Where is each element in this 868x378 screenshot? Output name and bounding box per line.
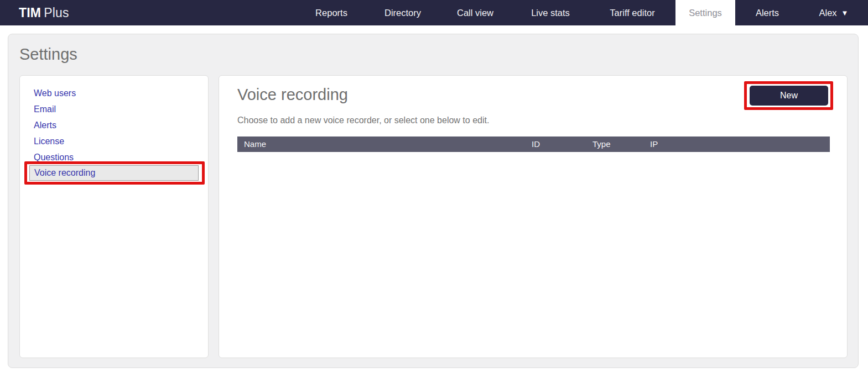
app-logo-light: Plus	[44, 6, 69, 20]
nav-menu: Reports Directory Call view Live stats T…	[296, 0, 868, 25]
voice-recording-panel: Voice recording Choose to add a new voic…	[219, 75, 848, 358]
nav-item-reports[interactable]: Reports	[296, 0, 367, 25]
nav-item-label: Call view	[457, 8, 493, 18]
sidebar-item-label: Web users	[34, 88, 76, 98]
sidebar-item-alerts[interactable]: Alerts	[20, 117, 208, 133]
sidebar-item-label: Questions	[34, 153, 74, 162]
recorder-table-header: Name ID Type IP	[237, 136, 830, 152]
new-button[interactable]: New	[750, 86, 828, 106]
app-logo-bold: TIM	[19, 6, 41, 20]
sidebar-item-web-users[interactable]: Web users	[20, 85, 208, 101]
nav-item-alerts[interactable]: Alerts	[735, 0, 799, 25]
caret-down-icon: ▼	[841, 9, 849, 17]
app-logo: TIM Plus	[19, 0, 69, 25]
section-title: Voice recording	[237, 86, 348, 104]
sidebar-item-label: License	[34, 136, 64, 146]
user-menu[interactable]: Alex ▼	[799, 0, 868, 25]
column-header-type: Type	[592, 136, 611, 152]
sidebar-item-license[interactable]: License	[20, 133, 208, 149]
sidebar-item-email[interactable]: Email	[20, 101, 208, 117]
column-header-id: ID	[532, 136, 540, 152]
nav-item-live-stats[interactable]: Live stats	[512, 0, 589, 25]
sidebar-item-label: Email	[34, 104, 56, 114]
page-title: Settings	[19, 45, 77, 64]
nav-item-label: Directory	[384, 8, 421, 18]
nav-item-call-view[interactable]: Call view	[439, 0, 512, 25]
recorder-table-body-empty	[237, 152, 830, 345]
sidebar-item-label: Voice recording	[34, 168, 95, 178]
sidebar-item-voice-recording[interactable]: Voice recording	[29, 165, 199, 181]
column-header-ip: IP	[650, 136, 658, 152]
nav-item-label: Live stats	[531, 8, 570, 18]
nav-item-label: Tariff editor	[610, 8, 654, 18]
section-description: Choose to add a new voice recorder, or s…	[237, 116, 489, 125]
nav-item-settings[interactable]: Settings	[675, 0, 735, 25]
settings-page-container: Settings Web users Email Alerts License …	[8, 34, 859, 368]
settings-sidebar-panel: Web users Email Alerts License Questions…	[19, 75, 209, 358]
nav-item-directory[interactable]: Directory	[367, 0, 439, 25]
settings-sidebar-list: Web users Email Alerts License Questions…	[20, 76, 208, 181]
nav-item-label: Settings	[689, 8, 722, 18]
column-header-name: Name	[244, 136, 266, 152]
nav-item-label: Reports	[315, 8, 347, 18]
top-navbar: TIM Plus Reports Directory Call view Liv…	[0, 0, 868, 25]
user-menu-label: Alex	[819, 8, 837, 18]
nav-item-tariff-editor[interactable]: Tariff editor	[589, 0, 675, 25]
nav-item-label: Alerts	[756, 8, 779, 18]
sidebar-item-questions[interactable]: Questions	[20, 149, 208, 165]
sidebar-item-label: Alerts	[34, 120, 56, 130]
